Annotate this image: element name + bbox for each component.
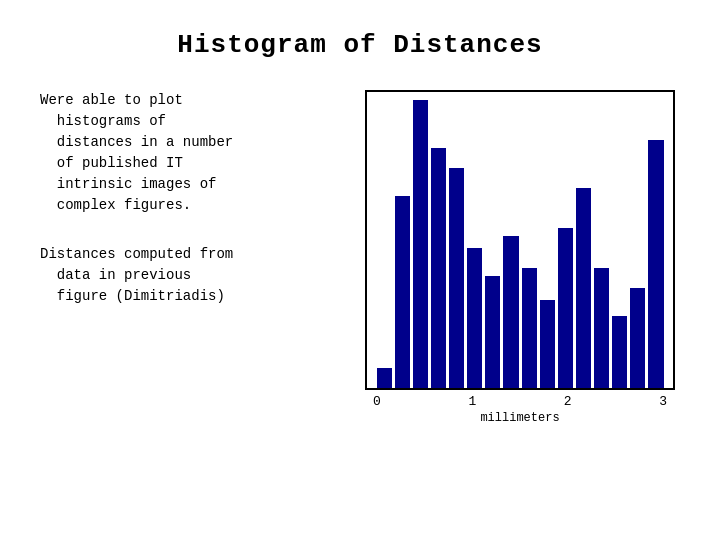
bar-6 bbox=[485, 276, 500, 388]
bar-0 bbox=[377, 368, 392, 388]
bar-14 bbox=[630, 288, 645, 388]
text-block-2: Distances computed from data in previous… bbox=[40, 244, 340, 307]
bar-1 bbox=[395, 196, 410, 388]
bar-7 bbox=[503, 236, 518, 388]
text-column: Were able to plot histograms of distance… bbox=[40, 90, 340, 335]
bar-10 bbox=[558, 228, 573, 388]
x-axis-unit: millimeters bbox=[480, 411, 559, 425]
bar-4 bbox=[449, 168, 464, 388]
bar-9 bbox=[540, 300, 555, 388]
content-area: Were able to plot histograms of distance… bbox=[40, 90, 680, 425]
bar-2 bbox=[413, 100, 428, 388]
bar-15 bbox=[648, 140, 663, 388]
bar-11 bbox=[576, 188, 591, 388]
x-label-3: 3 bbox=[659, 394, 667, 409]
histogram-chart bbox=[365, 90, 675, 390]
bar-5 bbox=[467, 248, 482, 388]
bar-12 bbox=[594, 268, 609, 388]
text-block-1: Were able to plot histograms of distance… bbox=[40, 90, 340, 216]
page-title: Histogram of Distances bbox=[40, 30, 680, 60]
x-label-1: 1 bbox=[468, 394, 476, 409]
x-axis-labels: 0 1 2 3 bbox=[365, 390, 675, 409]
page: Histogram of Distances Were able to plot… bbox=[0, 0, 720, 540]
x-label-0: 0 bbox=[373, 394, 381, 409]
bar-13 bbox=[612, 316, 627, 388]
chart-bars bbox=[367, 92, 673, 388]
x-label-2: 2 bbox=[564, 394, 572, 409]
bar-3 bbox=[431, 148, 446, 388]
bar-8 bbox=[522, 268, 537, 388]
chart-column: 0 1 2 3 millimeters bbox=[360, 90, 680, 425]
